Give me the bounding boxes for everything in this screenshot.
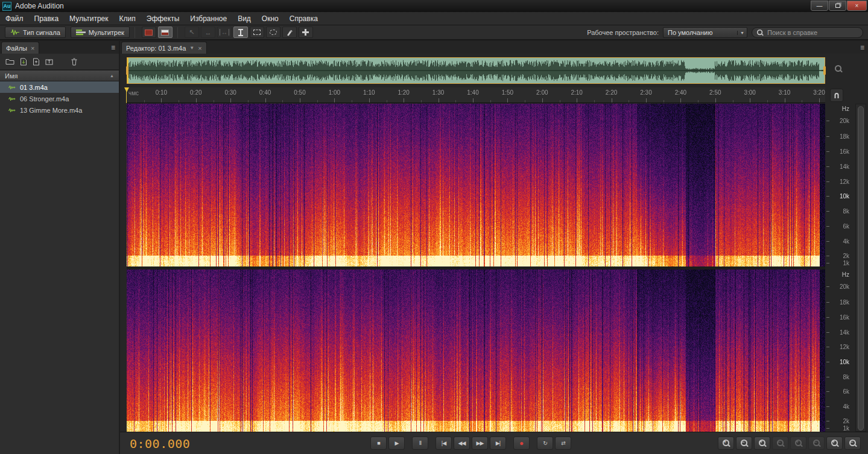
freq-tick-label: 2k <box>843 417 849 424</box>
pause-button[interactable]: Ⅱ <box>412 437 428 450</box>
export-icon[interactable] <box>45 58 53 65</box>
time-display[interactable]: 0:00.000 <box>130 437 190 451</box>
vertical-zoom-scrollbar[interactable] <box>855 104 866 432</box>
menu-item[interactable]: Справка <box>284 12 323 25</box>
timeline-ruler[interactable]: чмс 0:100:200:300:400:501:001:101:201:30… <box>127 87 825 103</box>
slip-tool[interactable]: ↔ <box>201 27 215 38</box>
menu-item[interactable]: Клип <box>114 12 141 25</box>
slip-tool-icon: ↔ <box>204 29 211 36</box>
close-icon[interactable]: × <box>198 45 201 52</box>
show-spectral-toggle[interactable] <box>158 27 173 38</box>
files-column-header[interactable]: Имя ▲ <box>0 70 119 81</box>
zoom-in-button[interactable]: + <box>718 437 734 450</box>
menu-item[interactable]: Вид <box>232 12 256 25</box>
skip-to-start-button[interactable]: |◀ <box>436 437 452 450</box>
freq-tick <box>826 377 829 377</box>
lasso-selection-tool-icon <box>270 30 277 35</box>
paintbrush-selection-tool-icon <box>286 29 293 36</box>
ruler-tick-label: 0:50 <box>294 89 305 96</box>
ruler-tick-label: 0:30 <box>224 89 236 96</box>
stop-button[interactable]: ■ <box>370 437 387 450</box>
workspace-dropdown[interactable]: По умолчанию ▼ <box>663 27 747 38</box>
marquee-selection-tool-icon <box>253 30 261 35</box>
panel-menu-icon[interactable]: ≡ <box>860 43 864 52</box>
search-icon <box>757 30 763 36</box>
playhead-marker[interactable] <box>124 87 129 92</box>
close-button[interactable]: × <box>847 1 867 11</box>
spectrogram-left-channel[interactable] <box>127 104 825 266</box>
file-name: 06 Stronger.m4a <box>20 95 69 102</box>
close-icon[interactable]: × <box>31 45 34 52</box>
zoom-controls: +−+−+−+− <box>718 437 861 450</box>
delete-icon[interactable] <box>71 58 78 66</box>
rewind-button[interactable]: ◀◀ <box>454 437 470 450</box>
waveform-icon <box>10 29 20 36</box>
ruler-tick-label: 1:20 <box>398 89 409 96</box>
time-selection-tool[interactable] <box>233 27 248 38</box>
editor-tab[interactable]: Редактор: 01 3.m4a ▼ × <box>121 42 207 54</box>
freq-tick-label: 8k <box>843 208 849 215</box>
restore-button[interactable] <box>829 1 846 11</box>
zoom-out-amplitude-button[interactable]: − <box>808 437 825 450</box>
menu-item[interactable]: Мультитрек <box>64 12 113 25</box>
menu-item[interactable]: Правка <box>29 12 65 25</box>
files-tab[interactable]: Файлы × <box>1 42 39 54</box>
menu-item[interactable]: Окно <box>256 12 284 25</box>
zoom-out-time-button[interactable]: − <box>772 437 788 450</box>
freq-tick-label: 18k <box>840 298 849 305</box>
freq-tick <box>826 151 829 152</box>
overview-waveform[interactable] <box>127 58 825 83</box>
file-row[interactable]: 13 Gimme More.m4a <box>0 104 119 116</box>
stretch-tool[interactable]: ↔ <box>217 27 232 38</box>
show-waveform-toggle[interactable] <box>142 27 156 38</box>
waveform-editor-button[interactable]: Тип сигнала <box>5 27 66 38</box>
scrollbar-thumb[interactable] <box>858 106 864 430</box>
help-search-input[interactable]: Поиск в справке <box>752 27 863 38</box>
ruler-tick <box>161 98 162 102</box>
open-file-icon[interactable] <box>5 58 14 65</box>
play-button[interactable]: ▶ <box>388 437 405 450</box>
zoom-in-time-button[interactable]: + <box>754 437 770 450</box>
multitrack-button[interactable]: Мультитрек <box>71 27 130 38</box>
zoom-out-button[interactable]: − <box>736 437 752 450</box>
menu-item[interactable]: Эффекты <box>141 12 185 25</box>
navigator-zoom-icon[interactable] <box>835 64 842 75</box>
minimize-button[interactable]: — <box>811 1 828 11</box>
freq-unit-label: Hz <box>842 271 849 278</box>
snap-magnet-icon[interactable] <box>830 89 843 102</box>
freq-tick-label: 1k <box>843 260 849 266</box>
menu-item[interactable]: Файл <box>0 12 29 25</box>
overview-navigator[interactable] <box>127 57 825 84</box>
new-file-icon[interactable] <box>33 58 40 66</box>
file-row[interactable]: 01 3.m4a <box>0 81 119 93</box>
skip-selection-button[interactable]: ⇄ <box>555 437 571 450</box>
ruler-tick-label: 1:10 <box>363 89 375 96</box>
ruler-minor-tick <box>560 100 560 102</box>
spot-healing-brush-tool[interactable] <box>299 27 313 38</box>
paintbrush-selection-tool[interactable] <box>282 27 297 38</box>
freq-tick-label: 16k <box>840 148 849 155</box>
freq-tick <box>826 347 829 347</box>
titlebar: Au Adobe Audition — × <box>0 0 868 12</box>
menu-item[interactable]: Избранное <box>185 12 232 25</box>
file-row[interactable]: 06 Stronger.m4a <box>0 93 119 104</box>
marquee-selection-tool[interactable] <box>250 27 264 38</box>
freq-tick <box>826 428 829 429</box>
spectrogram-right-channel[interactable] <box>127 270 825 432</box>
ruler-tick <box>680 98 681 102</box>
fast-forward-button[interactable]: ▶▶ <box>472 437 488 450</box>
zoom-to-selection-button[interactable]: + <box>826 437 843 450</box>
zoom-in-amplitude-button[interactable]: + <box>790 437 806 450</box>
loop-playback-button[interactable]: ↻ <box>537 437 553 450</box>
zoom-full-button[interactable]: − <box>844 437 861 450</box>
panel-menu-icon[interactable]: ≡ <box>111 43 115 52</box>
skip-to-end-button[interactable]: ▶| <box>490 437 506 450</box>
lasso-selection-tool[interactable] <box>266 27 280 38</box>
chevron-down-icon[interactable]: ▼ <box>189 45 194 51</box>
move-tool[interactable]: ↖ <box>185 27 199 38</box>
freq-tick-label: 2k <box>843 252 849 259</box>
record-button[interactable]: ● <box>513 437 530 450</box>
import-file-icon[interactable] <box>20 58 27 66</box>
file-list: 01 3.m4a06 Stronger.m4a13 Gimme More.m4a <box>0 81 119 116</box>
multitrack-icon <box>76 29 86 36</box>
